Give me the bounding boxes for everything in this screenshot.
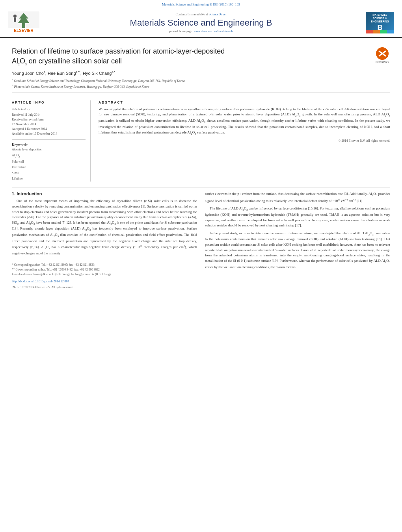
- sciencedirect-line: Contents lists available at ScienceDirec…: [39, 13, 363, 16]
- article-title-section: Relation of lifetime to surface passivat…: [12, 43, 390, 93]
- affiliation-b: b Photovoltaic Center, Korea Institute o…: [12, 83, 370, 89]
- received-revised-label: Received in revised form: [12, 117, 86, 122]
- article-title-text: Relation of lifetime to surface passivat…: [12, 46, 370, 89]
- article-info-panel: ARTICLE INFO Article history: Received 1…: [12, 100, 91, 182]
- intro-para-3: The lifetime of ALD Al2O3 can be influen…: [205, 206, 390, 228]
- keyword-6: Lifetime: [12, 176, 86, 182]
- body-left-column: 1. Introduction One of the most importan…: [12, 191, 197, 290]
- body-section: 1. Introduction One of the most importan…: [12, 187, 390, 290]
- accepted-date: Accepted 1 December 2014: [12, 127, 86, 132]
- intro-para-2: carrier electrons in the p+ emitter from…: [205, 191, 390, 204]
- svg-rect-3: [14, 18, 16, 22]
- keyword-3: Solar cell: [12, 159, 86, 165]
- intro-para-1: One of the most important means of impro…: [12, 198, 197, 256]
- received-date: Received 11 July 2014: [12, 113, 86, 117]
- journal-center: Contents lists available at ScienceDirec…: [39, 13, 363, 33]
- svg-point-2: [13, 15, 17, 18]
- sciencedirect-link[interactable]: ScienceDirect: [209, 13, 227, 16]
- revised-date: 12 November 2014: [12, 122, 86, 127]
- available-online: Available online 13 December 2014: [12, 132, 86, 136]
- mseb-logo-area: MATERIALSSCIENCE &ENGINEERING B: [363, 12, 394, 33]
- main-content: Relation of lifetime to surface passivat…: [0, 38, 402, 294]
- history-heading-label: Article history:: [12, 107, 86, 112]
- journal-header: ELSEVIER Contents lists available at Sci…: [0, 8, 402, 38]
- article-info-abstract: ARTICLE INFO Article history: Received 1…: [12, 97, 390, 182]
- footnote-email: E-mail addresses: hsamg@kier.re.kr (H.E.…: [12, 272, 197, 277]
- journal-homepage-line: journal homepage: www.elsevier.com/locat…: [39, 30, 363, 33]
- svg-text:ELSEVIER: ELSEVIER: [14, 28, 34, 33]
- keyword-1: Atomic layer deposition: [12, 147, 86, 152]
- article-title: Relation of lifetime to surface passivat…: [12, 46, 370, 67]
- divider: [12, 139, 86, 140]
- keyword-4: Passivation: [12, 165, 86, 170]
- keyword-5: SIMS: [12, 171, 86, 176]
- doi-line[interactable]: http://dx.doi.org/10.1016/j.mseb.2014.12…: [12, 279, 197, 284]
- authors-line: Young Joon Choa, Hee Eun Songb,**, Hyo S…: [12, 70, 370, 76]
- affiliations: a Graduate School of Energy Science and …: [12, 78, 370, 89]
- abstract-panel: ABSTRACT We investigated the relation of…: [99, 100, 390, 182]
- introduction-heading: 1. Introduction: [12, 191, 197, 196]
- keywords-list: Atomic layer deposition Al2O3 Solar cell…: [12, 147, 86, 182]
- crossmark-logo: CrossMark: [374, 46, 390, 67]
- footnote-cocorresponding: ** Co-corresponding author. Tel.: +82 42…: [12, 267, 197, 272]
- journal-homepage-link[interactable]: www.elsevier.com/locate/mseb: [194, 30, 233, 33]
- footnote-corresponding: * Corresponding author. Tel.: +82 42 821…: [12, 263, 197, 267]
- elsevier-logo: ELSEVIER: [8, 11, 39, 34]
- doi-link[interactable]: http://dx.doi.org/10.1016/j.mseb.2014.12…: [12, 280, 69, 283]
- body-right-column: carrier electrons in the p+ emitter from…: [205, 191, 390, 290]
- affiliation-a: a Graduate School of Energy Science and …: [12, 78, 370, 83]
- footnotes-area: * Corresponding author. Tel.: +82 42 821…: [12, 260, 197, 290]
- abstract-heading: ABSTRACT: [99, 100, 390, 104]
- journal-citation: Materials Science and Engineering B 193 …: [162, 2, 240, 6]
- intro-para-4: In the present study, in order to determ…: [205, 231, 390, 270]
- copyright-line: © 2014 Elsevier B.V. All rights reserved…: [99, 139, 390, 143]
- mseb-logo-text: MATERIALSSCIENCE &ENGINEERING: [371, 13, 389, 23]
- keywords-section: Keywords: Atomic layer deposition Al2O3 …: [12, 143, 86, 182]
- journal-citation-bar: Materials Science and Engineering B 193 …: [0, 0, 402, 8]
- mseb-logo: MATERIALSSCIENCE &ENGINEERING B: [366, 12, 394, 33]
- keywords-heading-label: Keywords:: [12, 143, 28, 147]
- journal-title: Materials Science and Engineering B: [39, 18, 363, 28]
- article-history: Article history: Received 11 July 2014 R…: [12, 107, 86, 137]
- issn-line: 0921-5107/© 2014 Elsevier B.V. All right…: [12, 285, 197, 290]
- abstract-body: We investigated the relation of potassiu…: [99, 107, 390, 136]
- keyword-2: Al2O3: [12, 153, 86, 159]
- article-info-heading: ARTICLE INFO: [12, 100, 86, 104]
- svg-text:CrossMark: CrossMark: [376, 61, 389, 63]
